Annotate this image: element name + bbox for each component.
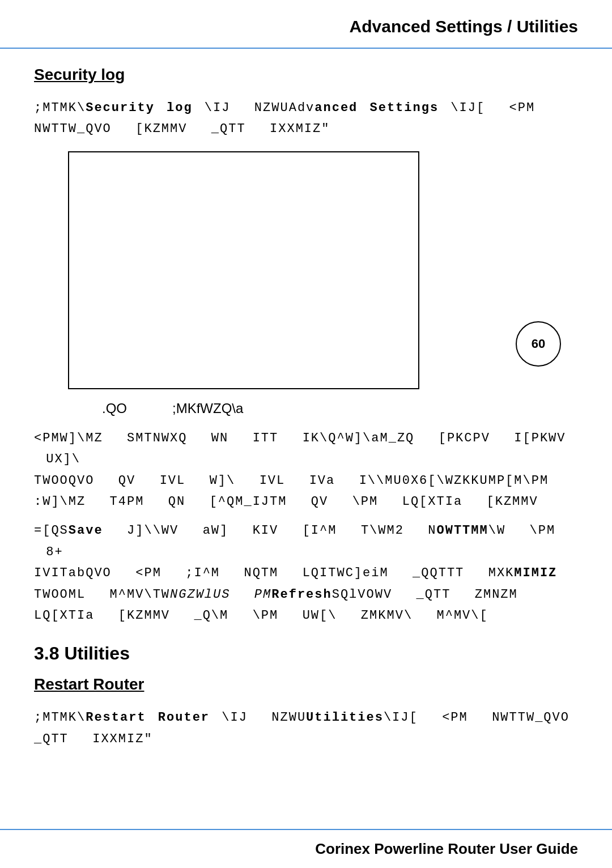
save-inline-bold: Save	[69, 524, 103, 538]
scroll-number: 60	[532, 337, 545, 351]
utilities-bold-term: Utilities	[306, 710, 384, 725]
log-refresh-label: ;MKfWZQ\a	[172, 401, 243, 416]
clean-inline-bold: MIMIZ	[514, 566, 557, 580]
security-log-bold-term: Security log	[86, 101, 192, 115]
scroll-position-indicator: 60	[516, 321, 561, 367]
log-save-button[interactable]: .QO	[102, 399, 127, 418]
log-box-container: 60	[34, 151, 578, 389]
log-save-label: .QO	[102, 401, 127, 416]
restart-router-heading: Restart Router	[34, 675, 578, 693]
refresh-inline: NGZWlUS PM	[170, 588, 271, 602]
known-inline-bold: OWTTMM	[437, 524, 488, 538]
restart-router-desc: ;MTMK\Restart Router \IJ NZWUUtilities\I…	[34, 707, 578, 750]
page-header: Advanced Settings / Utilities	[0, 0, 612, 49]
page-title: Advanced Settings / Utilities	[350, 17, 578, 36]
refresh-bold: Refresh	[271, 588, 332, 602]
log-button-row: .QO ;MKfWZQ\a	[102, 399, 578, 418]
main-content: Security log ;MTMK\Security log \IJ NZWU…	[0, 49, 612, 778]
security-log-body-para3: =[QSSave J]\\WV aW] KIV [I^M T\WM2 NOWTT…	[34, 520, 578, 626]
security-log-heading: Security log	[34, 66, 578, 84]
footer-text: Corinex Powerline Router User Guide	[315, 840, 578, 857]
page-footer: Corinex Powerline Router User Guide	[0, 829, 612, 868]
log-refresh-button[interactable]: ;MKfWZQ\a	[172, 399, 243, 418]
log-display-box	[68, 151, 419, 389]
utilities-section-heading: 3.8 Utilities	[34, 643, 578, 664]
restart-router-bold-term: Restart Router	[86, 710, 210, 725]
security-log-desc-para1: ;MTMK\Security log \IJ NZWUAdvanced Sett…	[34, 97, 578, 140]
page-container: Advanced Settings / Utilities Security l…	[0, 0, 612, 868]
security-log-body-para2: <PMW]\MZ SMTNWXQ WN ITT IK\Q^W]\aM_ZQ [P…	[34, 428, 578, 513]
advanced-settings-bold: anced Settings	[314, 101, 439, 115]
